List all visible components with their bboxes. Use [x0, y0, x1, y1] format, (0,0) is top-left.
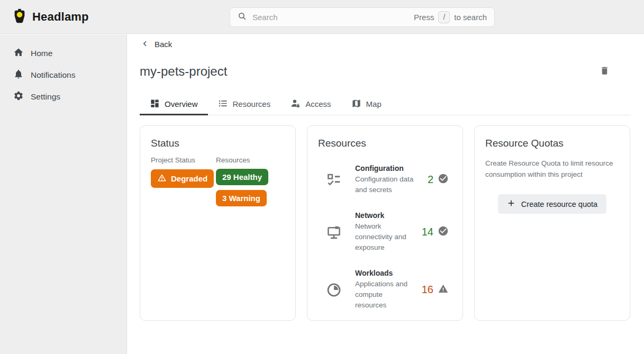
tab-overview[interactable]: Overview	[140, 93, 208, 115]
main-content: Back my-pets-project Overview	[127, 34, 644, 354]
checklist-icon	[326, 172, 342, 188]
tab-label: Access	[305, 99, 331, 108]
sidebar: Home Notifications Settings	[0, 34, 127, 354]
brand[interactable]: Headlamp	[0, 8, 89, 26]
resources-card: Resources Configuration Configuration da…	[307, 125, 463, 321]
badge-text: 29 Healthy	[222, 173, 262, 181]
resources-status-label: Resources	[216, 156, 268, 164]
resource-name: Configuration	[355, 164, 414, 173]
search-placeholder: Search	[252, 13, 414, 22]
quotas-description: Create Resource Quota to limit resource …	[485, 158, 619, 180]
resource-description: Applications and compute resources	[355, 279, 414, 311]
press-label: Press	[414, 13, 434, 22]
warning-triangle-icon	[438, 283, 449, 296]
resource-name: Network	[355, 211, 414, 220]
create-resource-quota-button[interactable]: Create resource quota	[498, 194, 606, 214]
page-title: my-pets-project	[140, 63, 631, 79]
plus-icon	[507, 199, 515, 209]
quotas-card-title: Resource Quotas	[485, 138, 619, 149]
headlamp-logo-icon	[12, 8, 28, 26]
sidebar-item-label: Home	[31, 49, 52, 58]
badge-text: Degraded	[171, 174, 207, 183]
badge-text: 3 Warning	[222, 194, 260, 203]
resource-description: Network connectivity and exposure	[355, 221, 414, 253]
check-circle-icon	[438, 225, 449, 239]
tab-resources[interactable]: Resources	[208, 93, 281, 115]
list-icon	[218, 98, 228, 110]
button-label: Create resource quota	[521, 200, 597, 208]
sidebar-item-settings[interactable]: Settings	[0, 86, 126, 107]
resource-name: Workloads	[355, 269, 414, 277]
sidebar-item-home[interactable]: Home	[0, 42, 126, 64]
project-status-badge: Degraded	[151, 169, 214, 188]
tab-label: Map	[366, 99, 382, 108]
resource-count: 14	[422, 226, 433, 238]
status-card: Status Project Status	[140, 125, 296, 321]
project-status-label: Project Status	[151, 156, 216, 164]
tab-label: Overview	[165, 99, 198, 108]
tab-map[interactable]: Map	[341, 93, 392, 115]
user-lock-icon	[291, 98, 301, 110]
search-shortcut-hint: Press / to search	[414, 11, 487, 23]
check-circle-icon	[438, 173, 449, 186]
gear-icon	[13, 90, 24, 103]
resource-count: 2	[428, 174, 433, 186]
sidebar-item-label: Notifications	[31, 70, 75, 80]
home-icon	[13, 47, 24, 60]
trash-icon	[600, 66, 610, 78]
tab-access[interactable]: Access	[280, 93, 341, 115]
search-input[interactable]: Search Press / to search	[230, 7, 495, 27]
warning-triangle-icon	[157, 173, 167, 184]
resource-row-network[interactable]: Network Network connectivity and exposur…	[318, 203, 452, 261]
resource-count: 16	[422, 284, 433, 296]
brand-name: Headlamp	[32, 10, 89, 24]
app-header: Headlamp Search Press / to search	[0, 0, 644, 34]
sidebar-item-notifications[interactable]: Notifications	[0, 64, 126, 86]
overview-cards: Status Project Status	[140, 125, 630, 321]
map-icon	[351, 98, 361, 110]
to-search-label: to search	[454, 13, 487, 22]
delete-project-button[interactable]	[597, 64, 612, 79]
title-row: my-pets-project	[140, 63, 631, 80]
sidebar-item-label: Settings	[31, 92, 60, 102]
back-button[interactable]: Back	[142, 40, 172, 49]
back-label: Back	[155, 40, 172, 49]
resources-card-title: Resources	[318, 138, 452, 149]
dashboard-icon	[150, 98, 160, 110]
bell-icon	[13, 69, 24, 81]
project-tabs: Overview Resources Acces	[140, 93, 631, 115]
headlamp-app: Headlamp Search Press / to search	[0, 0, 644, 354]
slash-keycap: /	[438, 11, 450, 23]
healthy-badge: 29 Healthy	[216, 169, 268, 185]
resource-row-configuration[interactable]: Configuration Configuration data and sec…	[318, 156, 452, 203]
resource-description: Configuration data and secrets	[355, 174, 414, 195]
chevron-left-icon	[142, 40, 149, 49]
resource-row-workloads[interactable]: Workloads Applications and compute resou…	[318, 261, 452, 319]
status-card-title: Status	[151, 138, 285, 149]
pie-chart-icon	[326, 282, 342, 298]
warning-badge: 3 Warning	[216, 190, 267, 206]
resource-quotas-card: Resource Quotas Create Resource Quota to…	[474, 125, 630, 321]
network-icon	[326, 224, 342, 240]
tab-label: Resources	[233, 99, 271, 108]
search-icon	[238, 12, 247, 23]
